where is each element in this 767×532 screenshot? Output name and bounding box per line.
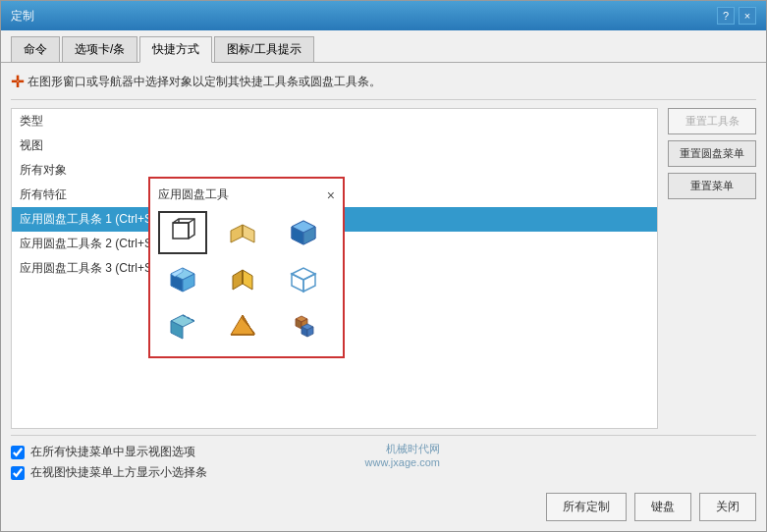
- popup-icon-4[interactable]: [158, 258, 207, 301]
- popup-icon-grid: [158, 211, 335, 348]
- checkbox-show-view-options-label: 在所有快捷菜单中显示视图选项: [30, 444, 195, 460]
- svg-marker-17: [243, 270, 252, 290]
- close-button[interactable]: 关闭: [699, 493, 756, 521]
- help-button[interactable]: ?: [717, 7, 735, 25]
- right-buttons-panel: 重置工具条 重置圆盘菜单 重置菜单: [668, 108, 756, 429]
- popup-icon-3[interactable]: [279, 211, 328, 254]
- hint-row: ✛ 在图形窗口或导航器中选择对象以定制其快捷工具条或圆盘工具条。: [11, 73, 756, 91]
- customize-dialog: 定制 ? × 命令 选项卡/条 快捷方式 图标/工具提示 ✛ 在图形窗口或导航器…: [0, 0, 767, 532]
- hint-text: 在图形窗口或导航器中选择对象以定制其快捷工具条或圆盘工具条。: [27, 74, 381, 90]
- svg-marker-16: [233, 270, 243, 290]
- tab-command[interactable]: 命令: [11, 36, 60, 62]
- svg-marker-21: [303, 274, 315, 292]
- svg-rect-0: [173, 223, 189, 239]
- reset-menu-button[interactable]: 重置菜单: [668, 173, 756, 199]
- all-customize-button[interactable]: 所有定制: [546, 493, 627, 521]
- checkbox-show-mini-bar-label: 在视图快捷菜单上方显示小选择条: [30, 464, 207, 481]
- footer-row: 机械时代网 www.jxage.com 所有定制 键盘 关闭: [11, 493, 756, 521]
- popup-icon-9[interactable]: [279, 305, 328, 348]
- svg-marker-5: [231, 225, 243, 242]
- tabs-bar: 命令 选项卡/条 快捷方式 图标/工具提示: [1, 30, 766, 63]
- popup-icon-2[interactable]: [218, 211, 267, 254]
- popup-title: 应用圆盘工具: [158, 186, 229, 203]
- reset-toolbar-button[interactable]: 重置工具条: [668, 108, 756, 134]
- main-area: 类型 视图 所有对象 所有特征 应用圆盘工具条 1 (Ctrl+Shift+MB…: [11, 108, 756, 429]
- tab-icons[interactable]: 图标/工具提示: [214, 36, 313, 62]
- list-item[interactable]: 视图: [12, 133, 657, 158]
- popup-icon-7[interactable]: [158, 305, 207, 348]
- watermark: 机械时代网 www.jxage.com: [365, 442, 440, 468]
- tab-options[interactable]: 选项卡/条: [62, 36, 137, 62]
- popup-close-button[interactable]: ×: [327, 187, 335, 203]
- close-title-button[interactable]: ×: [739, 7, 756, 25]
- apply-disk-tool-popup: 应用圆盘工具 ×: [148, 177, 345, 358]
- popup-icon-5[interactable]: [218, 258, 267, 301]
- title-bar: 定制 ? ×: [1, 1, 766, 30]
- popup-icon-8[interactable]: [218, 305, 267, 348]
- content-area: ✛ 在图形窗口或导航器中选择对象以定制其快捷工具条或圆盘工具条。 类型 视图 所…: [1, 63, 766, 531]
- checkbox-show-view-options[interactable]: [11, 446, 25, 459]
- checkbox-show-mini-bar[interactable]: [11, 466, 25, 480]
- title-controls: ? ×: [717, 7, 756, 25]
- popup-icon-6[interactable]: [279, 258, 328, 301]
- separator-1: [11, 99, 756, 100]
- tab-shortcuts[interactable]: 快捷方式: [139, 36, 212, 63]
- svg-marker-19: [292, 268, 315, 280]
- cursor-icon: ✛: [11, 73, 24, 91]
- svg-marker-20: [292, 274, 303, 292]
- reset-disk-menu-button[interactable]: 重置圆盘菜单: [668, 140, 756, 167]
- popup-header: 应用圆盘工具 ×: [158, 186, 335, 203]
- svg-marker-6: [243, 225, 254, 242]
- dialog-title: 定制: [11, 8, 34, 25]
- list-item[interactable]: 类型: [12, 109, 657, 133]
- keyboard-button[interactable]: 键盘: [634, 493, 691, 521]
- popup-icon-1[interactable]: [158, 211, 207, 254]
